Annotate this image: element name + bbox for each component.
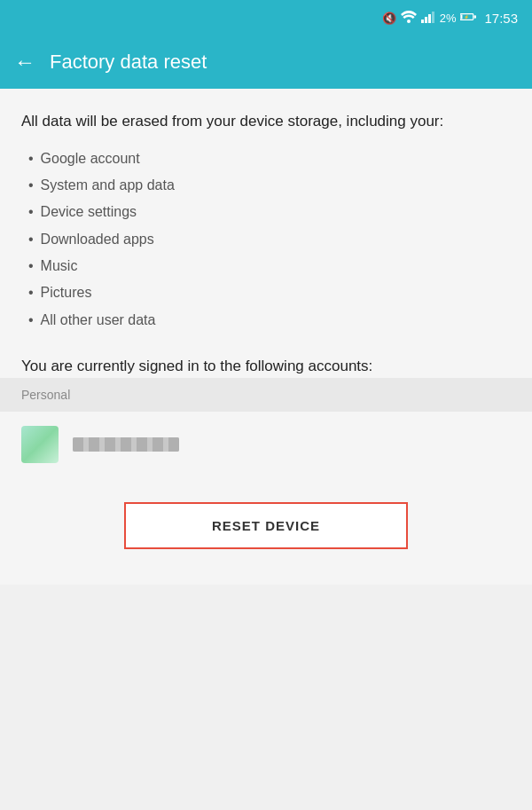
bullet-icon: • — [28, 307, 34, 334]
button-area: RESET DEVICE — [0, 484, 532, 585]
list-item-label: Downloaded apps — [41, 226, 154, 253]
list-item-label: Pictures — [41, 279, 92, 306]
list-item-label: Device settings — [41, 199, 137, 225]
list-item-label: Music — [41, 253, 78, 279]
reset-device-button[interactable]: RESET DEVICE — [124, 502, 408, 549]
bullet-icon: • — [28, 199, 34, 225]
personal-label: Personal — [21, 388, 70, 402]
page-title: Factory data reset — [50, 51, 207, 74]
bullet-icon: • — [28, 172, 34, 199]
personal-section-header: Personal — [0, 378, 532, 412]
list-item: • Music — [28, 253, 511, 279]
mute-icon: 🔇 — [382, 12, 396, 25]
bullet-icon: • — [28, 279, 34, 306]
list-item: • Pictures — [28, 279, 511, 306]
list-item: • All other user data — [28, 307, 511, 334]
battery-percent: 2% — [440, 12, 457, 25]
wifi-icon — [401, 11, 417, 26]
bullet-icon: • — [28, 253, 34, 279]
svg-rect-1 — [421, 20, 424, 23]
account-name-redacted — [73, 437, 179, 452]
list-item-label: All other user data — [41, 307, 156, 334]
account-row — [0, 412, 532, 484]
status-time: 17:53 — [484, 11, 518, 26]
svg-text:⚡: ⚡ — [465, 14, 471, 20]
list-item: • Downloaded apps — [28, 226, 511, 253]
svg-rect-3 — [428, 14, 431, 23]
svg-rect-6 — [461, 14, 463, 19]
battery-icon: ⚡ — [460, 12, 476, 25]
svg-rect-2 — [425, 17, 427, 23]
warning-text: All data will be erased from your device… — [21, 110, 511, 133]
list-item: • Device settings — [28, 199, 511, 225]
bullet-icon: • — [28, 226, 34, 253]
list-item-label: Google account — [41, 145, 140, 172]
back-button[interactable]: ← — [14, 51, 35, 73]
status-bar: 🔇 2% ⚡ 17:53 — [0, 0, 532, 35]
toolbar: ← Factory data reset — [0, 35, 532, 89]
items-list: • Google account • System and app data •… — [21, 145, 511, 334]
list-item-label: System and app data — [41, 172, 175, 199]
signed-in-text: You are currently signed in to the follo… — [21, 355, 511, 378]
signal-icon — [421, 11, 435, 26]
bullet-icon: • — [28, 145, 34, 172]
list-item: • Google account — [28, 145, 511, 172]
main-content: All data will be erased from your device… — [0, 89, 532, 378]
svg-rect-7 — [474, 15, 476, 18]
status-icons: 🔇 2% ⚡ 17:53 — [382, 11, 518, 26]
svg-rect-4 — [432, 12, 434, 23]
list-item: • System and app data — [28, 172, 511, 199]
account-avatar — [21, 426, 59, 463]
svg-point-0 — [407, 20, 411, 23]
